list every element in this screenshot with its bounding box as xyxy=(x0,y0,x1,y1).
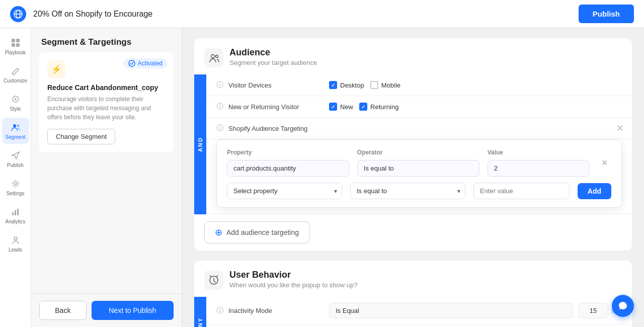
user-behavior-title: User Behavior xyxy=(229,270,357,280)
svg-rect-3 xyxy=(12,39,15,42)
behavior-rows: ⓘ Inactivity Mode Is Equal 15 s ✕ ⓘ Exit… xyxy=(206,297,632,327)
any-label: ANY xyxy=(194,297,206,327)
back-button[interactable]: Back xyxy=(39,301,87,320)
new-label: New xyxy=(340,103,353,111)
next-to-publish-button[interactable]: Next to Publish xyxy=(92,301,174,320)
operator-select-dropdown[interactable]: Is equal to xyxy=(350,183,465,199)
audience-section-header: Audience Segment your target audience xyxy=(194,38,632,74)
style-icon xyxy=(10,94,21,105)
sidebar-item-label: Analytics xyxy=(5,219,25,224)
inactivity-operator-value: Is Equal xyxy=(329,303,573,318)
value-input-col xyxy=(473,183,570,199)
shopify-row-close-button[interactable]: ✕ xyxy=(616,123,624,134)
page-title: 20% Off on Shopify to Encourage xyxy=(33,10,579,19)
value-input-2[interactable] xyxy=(473,183,570,199)
desktop-check-icon: ✓ xyxy=(329,81,337,89)
sidebar-item-label: Customize xyxy=(4,78,27,84)
exit-intent-row: ⓘ Exit Intent Sensitivity: Medium ▾ ✕ xyxy=(206,325,632,327)
row1-close-button[interactable]: ✕ xyxy=(600,157,609,169)
visitor-devices-label: Visitor Devices xyxy=(228,81,329,89)
check-circle-icon xyxy=(128,60,135,67)
left-panel-content: Activated ⚡ Reduce Cart Abandonment_copy… xyxy=(31,52,182,293)
shopify-targeting-row: ⓘ Shopify Audience Targeting Property xyxy=(206,118,632,214)
row1-close-col: ✕ xyxy=(597,157,611,169)
svg-point-9 xyxy=(13,124,16,127)
sidebar-item-analytics[interactable]: Analytics xyxy=(2,202,29,228)
audience-title: Audience xyxy=(229,47,317,58)
audience-icon xyxy=(204,48,223,67)
publish-button[interactable]: Publish xyxy=(579,5,634,23)
targeting-rows: ⓘ Visitor Devices ✓ Desktop Mobile xyxy=(206,74,632,214)
change-segment-button[interactable]: Change Segment xyxy=(47,129,115,144)
svg-point-11 xyxy=(14,183,17,185)
main-layout: Playbook Customize Style xyxy=(0,28,644,327)
visitor-type-values: ✓ New ✓ Returning xyxy=(329,103,398,111)
sidebar-item-publish[interactable]: Publish xyxy=(2,146,29,172)
users-icon xyxy=(10,122,21,133)
select-property-dropdown[interactable]: Select property xyxy=(227,183,342,199)
svg-point-10 xyxy=(17,125,19,127)
desktop-checkbox[interactable]: ✓ Desktop xyxy=(329,81,364,89)
add-property-button[interactable]: Add xyxy=(578,183,611,199)
sidebar-item-label: Playbook xyxy=(5,50,26,55)
left-panel: Segment & Targetings Activated ⚡ Reduce … xyxy=(31,28,182,327)
chat-bubble[interactable] xyxy=(612,295,634,317)
info-icon-3: ⓘ xyxy=(216,124,223,133)
shopify-row-top: ⓘ Shopify Audience Targeting xyxy=(206,118,632,139)
svg-rect-6 xyxy=(16,43,20,47)
sidebar-item-leads[interactable]: Leads xyxy=(2,230,29,257)
property-col-header: Property xyxy=(227,149,349,156)
activated-label: Activated xyxy=(138,60,163,67)
value-col: Value xyxy=(488,149,589,177)
behavior-icon xyxy=(204,271,223,290)
info-icon-2: ⓘ xyxy=(216,102,223,111)
person-icon xyxy=(10,234,21,246)
left-panel-footer: Back Next to Publish xyxy=(31,293,182,327)
value-col-header: Value xyxy=(488,149,589,156)
chart-icon xyxy=(10,206,21,217)
sidebar-item-label: Leads xyxy=(9,247,22,253)
grid-icon xyxy=(10,37,21,48)
property-input[interactable] xyxy=(227,160,349,177)
visitor-type-row: ⓘ New or Returning Visitor ✓ New ✓ Retur… xyxy=(206,96,632,118)
returning-check-icon: ✓ xyxy=(359,103,367,111)
mobile-checkbox[interactable]: Mobile xyxy=(370,81,400,89)
sidebar-item-playbook[interactable]: Playbook xyxy=(2,33,29,59)
sidebar-item-style[interactable]: Style xyxy=(2,90,29,116)
add-btn-col: Add xyxy=(578,183,611,199)
audience-section: Audience Segment your target audience AN… xyxy=(194,38,632,251)
svg-point-15 xyxy=(14,237,17,240)
returning-visitor-checkbox[interactable]: ✓ Returning xyxy=(359,103,398,111)
audience-subtitle: Segment your target audience xyxy=(229,59,317,66)
segment-desc: Encourage visitors to complete their pur… xyxy=(47,95,166,122)
segment-name: Reduce Cart Abandonment_copy xyxy=(47,84,166,92)
sidebar-item-label: Segment xyxy=(5,134,25,140)
topbar: 20% Off on Shopify to Encourage Publish xyxy=(0,0,644,28)
sidebar-item-label: Settings xyxy=(6,191,24,196)
segment-icon: ⚡ xyxy=(47,60,65,78)
visitor-devices-row: ⓘ Visitor Devices ✓ Desktop Mobile xyxy=(206,74,632,96)
new-visitor-checkbox[interactable]: ✓ New xyxy=(329,103,353,111)
popup-row2: Select property Is equal to xyxy=(227,183,611,199)
sidebar-item-customize[interactable]: Customize xyxy=(2,61,29,88)
operator-col: Operator xyxy=(357,149,479,177)
add-audience-targeting-button[interactable]: ⊕ Add audience targeting xyxy=(204,221,309,243)
right-panel: Audience Segment your target audience AN… xyxy=(182,28,644,327)
svg-rect-5 xyxy=(12,43,15,47)
sidebar-item-segment[interactable]: Segment xyxy=(2,118,29,144)
mobile-label: Mobile xyxy=(381,81,400,89)
app-logo xyxy=(10,6,26,22)
svg-rect-4 xyxy=(16,39,20,42)
svg-point-8 xyxy=(15,98,17,100)
user-behavior-subtitle: When would you like the popup to show up… xyxy=(229,281,357,289)
pencil-icon xyxy=(10,65,21,76)
user-behavior-section: User Behavior When would you like the po… xyxy=(194,261,632,327)
returning-label: Returning xyxy=(370,103,398,111)
popup-header-row: Property Operator Value xyxy=(227,149,611,177)
activated-badge: Activated xyxy=(123,58,168,68)
user-behavior-header: User Behavior When would you like the po… xyxy=(194,261,632,297)
sidebar-item-settings[interactable]: Settings xyxy=(2,174,29,200)
value-input[interactable] xyxy=(488,160,589,177)
operator-select-wrapper: Is equal to xyxy=(350,183,465,199)
operator-input[interactable] xyxy=(357,160,479,177)
